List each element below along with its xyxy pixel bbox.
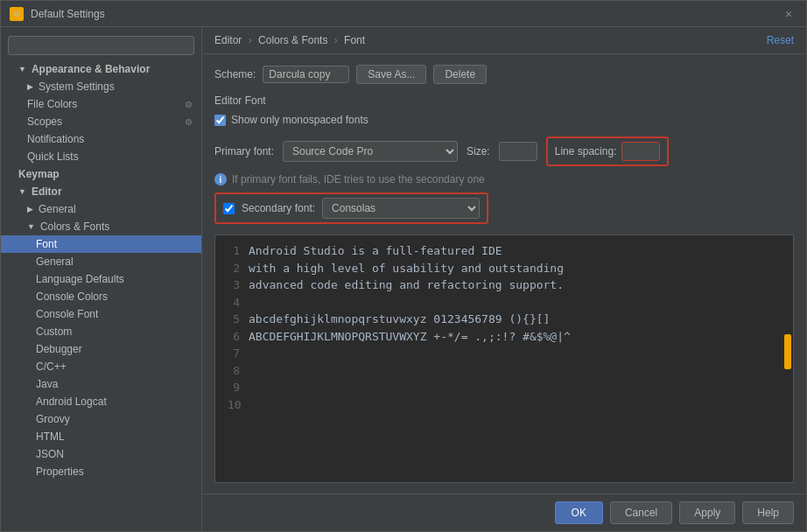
sidebar-label: Debugger: [36, 343, 82, 355]
dialog-window: ⚙ Default Settings × ▼ Appearance & Beha…: [0, 0, 807, 532]
sidebar-label: System Settings: [39, 80, 115, 93]
dialog-body: ▼ Appearance & Behavior ▶ System Setting…: [1, 27, 806, 531]
sidebar-label: Quick Lists: [27, 150, 79, 163]
sidebar-item-groovy[interactable]: Groovy: [1, 410, 201, 428]
gear-icon: ⚙: [185, 117, 193, 127]
help-button[interactable]: Help: [742, 501, 794, 524]
sidebar-label: Appearance & Behavior: [32, 63, 150, 75]
sidebar-label: Properties: [36, 466, 84, 478]
line-num: 1: [228, 242, 240, 260]
line-content: with a high level of usability and outst…: [249, 260, 564, 277]
triangle-icon: ▼: [27, 222, 35, 231]
line-num: 10: [228, 396, 240, 414]
sidebar-label: HTML: [36, 430, 65, 443]
breadcrumb: Editor › Colors & Fonts › Font: [214, 34, 365, 46]
sidebar-item-font[interactable]: Font: [1, 235, 201, 253]
dialog-title: Default Settings: [31, 8, 105, 20]
sidebar-item-language-defaults[interactable]: Language Defaults: [1, 270, 201, 288]
sidebar-item-system-settings[interactable]: ▶ System Settings: [1, 78, 201, 95]
sidebar-item-debugger[interactable]: Debugger: [1, 340, 201, 358]
secondary-font-label[interactable]: Secondary font:: [242, 202, 315, 214]
sidebar-item-quick-lists[interactable]: Quick Lists: [1, 148, 201, 165]
sidebar-item-java[interactable]: Java: [1, 375, 201, 393]
sidebar-item-keymap[interactable]: Keymap: [1, 165, 201, 183]
preview-line: 1 Android Studio is a full-featured IDE: [228, 242, 781, 260]
sidebar-item-html[interactable]: HTML: [1, 428, 201, 445]
sidebar-label: Android Logcat: [36, 396, 107, 408]
cancel-button[interactable]: Cancel: [610, 501, 672, 524]
line-num: 3: [228, 276, 240, 294]
sidebar-label: Custom: [36, 326, 72, 338]
reset-link[interactable]: Reset: [767, 34, 794, 46]
close-button[interactable]: ×: [780, 5, 797, 23]
triangle-icon: ▶: [27, 82, 33, 91]
sidebar-label: Language Defaults: [36, 273, 124, 285]
ok-button[interactable]: OK: [555, 501, 603, 524]
sidebar-item-general-colors[interactable]: General: [1, 253, 201, 270]
line-spacing-group: Line spacing: 1.2: [546, 136, 670, 166]
main-panel: Editor › Colors & Fonts › Font Reset Sch…: [202, 27, 806, 531]
line-content: advanced code editing and refactoring su…: [249, 276, 564, 294]
title-bar-left: ⚙ Default Settings: [10, 7, 105, 21]
preview-line: 4: [228, 294, 781, 312]
breadcrumb-part3: Font: [344, 34, 365, 46]
sidebar-item-appearance[interactable]: ▼ Appearance & Behavior: [1, 60, 201, 78]
save-as-button[interactable]: Save As...: [356, 65, 426, 84]
search-input[interactable]: [8, 36, 194, 55]
sidebar-item-json[interactable]: JSON: [1, 445, 201, 463]
line-num: 4: [228, 294, 240, 312]
editor-font-label: Editor Font: [214, 94, 794, 107]
sidebar-item-notifications[interactable]: Notifications: [1, 130, 201, 148]
line-spacing-input[interactable]: 1.2: [621, 142, 660, 161]
sidebar-item-custom[interactable]: Custom: [1, 323, 201, 340]
sidebar-label: Font: [36, 238, 57, 250]
secondary-font-dropdown[interactable]: Consolas Source Code Pro Menlo Monaco: [322, 198, 480, 219]
sidebar-label: File Colors: [27, 98, 77, 110]
preview-line: 10: [228, 396, 781, 414]
scheme-dropdown[interactable]: Darcula copy Default Darcula: [263, 66, 349, 83]
size-input[interactable]: 15: [499, 142, 537, 161]
sidebar-item-colors-fonts[interactable]: ▼ Colors & Fonts: [1, 218, 201, 235]
sidebar-item-android-logcat[interactable]: Android Logcat: [1, 393, 201, 410]
sidebar-item-scopes[interactable]: Scopes ⚙: [1, 113, 201, 130]
preview-line: 8: [228, 362, 781, 380]
sidebar-item-general[interactable]: ▶ General: [1, 200, 201, 218]
primary-font-label: Primary font:: [214, 145, 274, 158]
line-num: 7: [228, 345, 240, 362]
primary-font-dropdown[interactable]: Source Code Pro Consolas Menlo Monaco Co…: [283, 141, 458, 162]
sidebar-item-console-colors[interactable]: Console Colors: [1, 288, 201, 305]
line-num: 9: [228, 379, 240, 396]
triangle-icon: ▶: [27, 205, 33, 214]
sidebar: ▼ Appearance & Behavior ▶ System Setting…: [1, 27, 202, 531]
line-num: 6: [228, 328, 240, 346]
preview-line: 9: [228, 379, 781, 396]
sidebar-item-properties[interactable]: Properties: [1, 463, 201, 480]
breadcrumb-part2: Colors & Fonts: [258, 34, 327, 46]
breadcrumb-bar: Editor › Colors & Fonts › Font Reset: [202, 27, 806, 54]
scroll-indicator: [784, 334, 791, 369]
sidebar-item-editor[interactable]: ▼ Editor: [1, 183, 201, 200]
sidebar-item-cpp[interactable]: C/C++: [1, 358, 201, 375]
info-row: i If primary font fails, IDE tries to us…: [214, 173, 794, 186]
monospaced-row: Show only monospaced fonts: [214, 114, 794, 126]
sidebar-item-console-font[interactable]: Console Font: [1, 305, 201, 323]
monospaced-label[interactable]: Show only monospaced fonts: [231, 114, 368, 126]
preview-line: 7: [228, 345, 781, 362]
primary-font-dropdown-wrapper: Source Code Pro Consolas Menlo Monaco Co…: [283, 141, 458, 162]
delete-button[interactable]: Delete: [433, 65, 487, 84]
secondary-font-checkbox[interactable]: [223, 203, 235, 214]
content-area: Scheme: Darcula copy Default Darcula Sav…: [202, 54, 806, 494]
preview-line: 2 with a high level of usability and out…: [228, 260, 781, 277]
apply-button[interactable]: Apply: [679, 501, 735, 524]
monospaced-checkbox[interactable]: [214, 115, 226, 126]
preview-area: 1 Android Studio is a full-featured IDE …: [214, 234, 794, 483]
line-content: abcdefghijklmnopqrstuvwxyz 0123456789 ()…: [249, 311, 550, 328]
sidebar-label: Keymap: [18, 168, 60, 180]
sidebar-label: Colors & Fonts: [40, 220, 109, 233]
breadcrumb-sep2: ›: [334, 34, 340, 46]
sidebar-label: Console Font: [36, 308, 98, 320]
sidebar-label: Editor: [32, 186, 62, 198]
scheme-dropdown-wrapper: Darcula copy Default Darcula: [263, 66, 349, 83]
sidebar-item-file-colors[interactable]: File Colors ⚙: [1, 95, 201, 113]
app-icon: ⚙: [10, 7, 24, 21]
